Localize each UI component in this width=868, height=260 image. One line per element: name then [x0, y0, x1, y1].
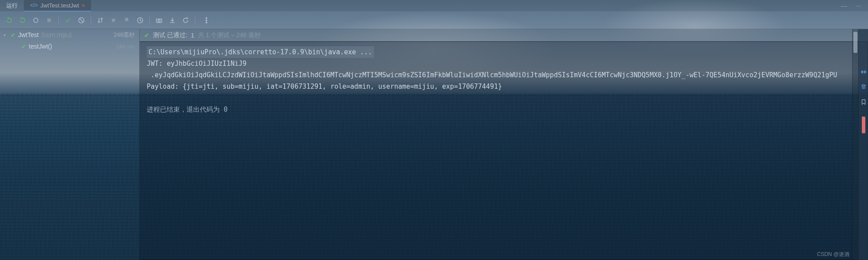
rerun-icon[interactable] [4, 15, 15, 26]
scrollbar[interactable] [852, 29, 858, 260]
pass-icon: ✔ [144, 32, 149, 39]
file-tab-label: JwtTest.testJwt [40, 2, 79, 9]
svg-point-5 [158, 20, 160, 22]
right-gutter [858, 29, 868, 260]
collapse-icon[interactable] [121, 15, 133, 26]
test-class-name: JwtTest [18, 31, 39, 38]
expand-icon[interactable] [108, 15, 119, 26]
test-root-row[interactable]: ▾ ✔ JwtTest (com.mijiu) 246毫秒 [0, 29, 139, 41]
test-duration: 246毫秒 [114, 31, 139, 39]
console-line: JWT: eyJhbGciOiJIUzI1NiJ9 [147, 58, 860, 69]
test-duration: 246 ms [116, 43, 139, 50]
error-stripe[interactable] [862, 117, 865, 133]
camera-icon[interactable] [153, 15, 165, 26]
tool-window-tabs: 运行 </> JwtTest.testJwt × — ⋯ [0, 0, 868, 11]
test-method-row[interactable]: ✔ testJwt() 246 ms [0, 41, 139, 52]
svg-point-7 [206, 20, 207, 21]
file-tab[interactable]: </> JwtTest.testJwt × [24, 0, 91, 11]
svg-point-6 [206, 18, 207, 19]
code-icon: </> [30, 2, 38, 8]
window-controls: — ⋯ [841, 2, 868, 10]
console-exit: 进程已结束，退出代码为 0 [147, 104, 860, 115]
test-summary-prefix: 测试 已通过: [153, 31, 187, 39]
show-ignored-icon[interactable] [76, 15, 87, 26]
pass-icon: ✔ [11, 32, 15, 38]
hide-icon[interactable]: ⋯ [855, 2, 862, 10]
test-tree: ▾ ✔ JwtTest (com.mijiu) 246毫秒 ✔ testJwt(… [0, 29, 140, 260]
bookmark-icon[interactable] [860, 99, 867, 105]
console-line: Payload: {jti=jti, sub=mijiu, iat=170673… [147, 81, 860, 92]
test-summary-count: 1 [191, 32, 194, 39]
svg-point-8 [206, 22, 207, 23]
console-output[interactable]: C:\Users\mijiuPro\.jdks\corretto-17.0.9\… [140, 41, 868, 260]
clock-icon[interactable] [134, 15, 146, 26]
test-method-name: testJwt() [29, 43, 52, 50]
minimize-icon[interactable]: — [841, 2, 847, 10]
stop-icon[interactable] [43, 15, 55, 26]
watermark: CSDN @迷酒 [817, 251, 849, 258]
pass-icon: ✔ [21, 43, 26, 50]
svg-rect-1 [47, 19, 51, 22]
layers-icon[interactable] [860, 84, 867, 90]
auto-test-icon[interactable] [30, 15, 42, 26]
export-icon[interactable] [180, 15, 191, 26]
import-icon[interactable] [167, 15, 178, 26]
console-line: .eyJqdGkiOiJqdGkiLCJzdWIiOiJtaWppdSIsIml… [147, 69, 860, 81]
run-tab-label: 运行 [6, 2, 18, 10]
scrollbar-thumb[interactable] [853, 32, 857, 53]
test-summary-bar: ✔ 测试 已通过: 1 共 1 个测试 – 246 毫秒 [140, 29, 868, 41]
close-icon[interactable]: × [82, 2, 85, 9]
sync-icon[interactable] [860, 69, 867, 75]
more-icon[interactable] [201, 15, 212, 26]
test-package: (com.mijiu) [42, 31, 72, 38]
console-command: C:\Users\mijiuPro\.jdks\corretto-17.0.9\… [147, 46, 374, 58]
chevron-down-icon[interactable]: ▾ [4, 33, 8, 38]
rerun-failed-icon[interactable] [17, 15, 28, 26]
run-tab[interactable]: 运行 [0, 0, 24, 11]
test-summary-faded: 共 1 个测试 – 246 毫秒 [198, 31, 261, 39]
sort-icon[interactable] [95, 15, 106, 26]
show-passed-icon[interactable] [62, 15, 74, 26]
test-toolbar [0, 11, 868, 29]
